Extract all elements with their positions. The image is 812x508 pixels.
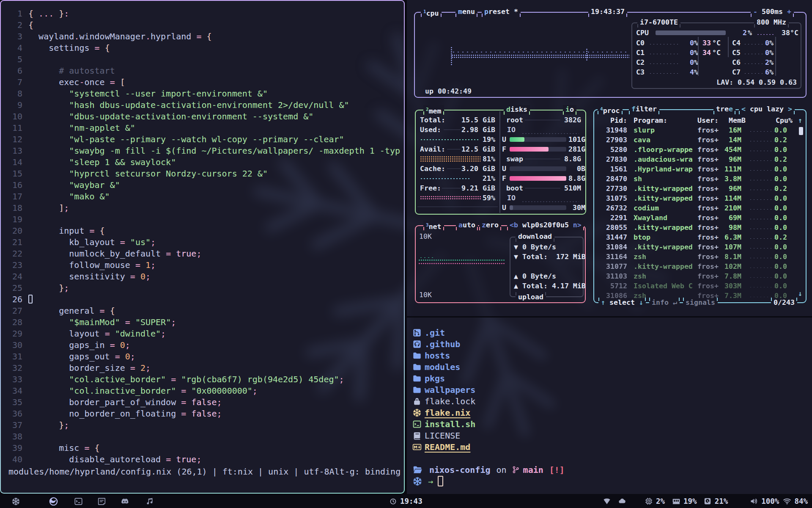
process-row[interactable]: 31164 zsh fros+ 8.1M 0.0 <box>594 252 806 262</box>
io-toggle[interactable]: io <box>563 105 576 114</box>
waybar-launcher-icon[interactable] <box>74 497 83 506</box>
waybar-module[interactable]: 21% <box>703 497 728 505</box>
proc-filter-button[interactable]: filter <box>629 105 659 114</box>
code-line[interactable]: 12 "wl-paste --primary --watch wl-copy -… <box>1 134 404 145</box>
process-row[interactable]: 31447 btop fros+ 6.3M 0.2 <box>594 232 806 242</box>
code-line[interactable]: 24 sensitivity = 0; <box>1 271 404 282</box>
code-line[interactable]: 11 "nm-applet &" <box>1 122 404 134</box>
process-row[interactable]: 5712 Isolated Web C fros+ 303M 0.0 <box>594 281 806 291</box>
code-line[interactable]: 28 "$mainMod" = "SUPER"; <box>1 317 404 328</box>
process-row[interactable]: 27730 .kitty-wrapped fros+ 96M 0.2 <box>594 184 806 193</box>
waybar-module[interactable] <box>603 497 614 505</box>
code-line[interactable]: 6 # autostart <box>1 65 404 77</box>
proc-signals-control[interactable]: signals <box>683 298 718 307</box>
code-line[interactable]: 9 "hash dbus-update-activation-environme… <box>1 99 404 111</box>
code-line[interactable]: 23 follow_mouse = 1; <box>1 260 404 271</box>
code-line[interactable]: 3 wayland.windowManager.hyprland = { <box>1 31 404 42</box>
proc-info-control[interactable]: info ↵ <box>649 298 680 307</box>
code-line[interactable]: 25 }; <box>1 282 404 294</box>
code-line[interactable]: 34 "col.inactive_border" = "0x00000000"; <box>1 385 404 397</box>
code-line[interactable]: 18 ]; <box>1 202 404 214</box>
waybar-launcher-icon[interactable] <box>97 497 106 506</box>
disks-toggle[interactable]: disks <box>504 105 530 114</box>
process-row[interactable]: 31948 slurp fros+ 16M 0.0 <box>594 125 806 135</box>
cpu-box-title[interactable]: 1cpu <box>421 7 442 17</box>
proc-scroll-down-icon[interactable]: ↓ <box>798 290 802 298</box>
process-row[interactable]: 31077 .kitty-wrapped fros+ 102M 0.0 <box>594 262 806 271</box>
process-row[interactable]: 28470 sh fros+ 3.8M 0.0 <box>594 174 806 184</box>
code-line[interactable]: 14 "sleep 1 && swaylock" <box>1 157 404 168</box>
code-line[interactable]: 2 { <box>1 19 404 31</box>
code-line[interactable]: 35 border_part_of_window = false; <box>1 397 404 408</box>
waybar-launcher-icon[interactable] <box>145 497 154 506</box>
file-icon <box>412 328 422 337</box>
code-line[interactable]: 37 }; <box>1 420 404 431</box>
net-auto-toggle[interactable]: auto <box>456 221 478 230</box>
code-line[interactable]: 20 input = { <box>1 225 404 237</box>
waybar-launcher-icon[interactable] <box>48 496 59 507</box>
cpu-menu-button[interactable]: menu <box>455 7 477 17</box>
process-row[interactable]: 31075 .kitty-wrapped fros+ 114M 0.0 <box>594 193 806 203</box>
proc-select-control[interactable]: ↑ select ↓ <box>598 298 646 307</box>
code-line[interactable]: 33 "col.active_border" = "rgb(cba6f7) rg… <box>1 374 404 385</box>
cpu-preset-button[interactable]: preset * <box>482 7 521 17</box>
code-line[interactable]: 8 "systemctl --user import-environment &… <box>1 88 404 99</box>
code-line[interactable]: 1 { ... }: <box>1 8 404 19</box>
code-line[interactable]: 10 "dbus-update-activation-environment -… <box>1 111 404 122</box>
code-line[interactable]: 39 misc = { <box>1 442 404 454</box>
line-number: 23 <box>1 260 22 271</box>
waybar-module[interactable]: 2% <box>645 497 665 505</box>
code-line[interactable]: 32 border_size = 2; <box>1 362 404 374</box>
net-zero-toggle[interactable]: zero <box>479 221 501 230</box>
code-line[interactable]: 31 gaps_out = 0; <box>1 351 404 362</box>
waybar-clock[interactable]: 19:43 <box>390 494 422 508</box>
process-row[interactable]: 2291 Xwayland fros+ 69M 0.0 <box>594 213 806 223</box>
code-line[interactable]: 27 general = { <box>1 305 404 317</box>
code-area[interactable]: 1 { ... }: 2 { 3 wayland.windowManager.h… <box>1 8 404 465</box>
code-line[interactable]: 40 disable_autoreload = true; <box>1 454 404 465</box>
code-line[interactable]: 5 <box>1 54 404 65</box>
code-line[interactable]: 13 "swaybg -m fill -i $(find ~/Pictures/… <box>1 145 404 157</box>
code-line[interactable]: 4 settings = { <box>1 42 404 54</box>
process-row[interactable]: 1561 .Hyprland-wrap fros+ 111M 0.0 <box>594 164 806 174</box>
shell-input-line[interactable]: → <box>412 475 443 487</box>
proc-sort-selector[interactable]: < cpu lazy > <box>739 105 795 114</box>
process-row[interactable]: 31084 .kitty-wrapped fros+ 107M 0.0 <box>594 242 806 252</box>
process-row[interactable]: 5280 .floorp-wrappe fros+ 454M 0.0 <box>594 145 806 155</box>
process-row[interactable]: 27903 cava fros+ 14M 0.2 <box>594 135 806 145</box>
proc-scrollbar[interactable] <box>799 127 803 135</box>
code-line[interactable]: 22 numlock_by_default = true; <box>1 248 404 260</box>
proc-box-title[interactable]: 4proc <box>598 105 623 114</box>
net-box-title[interactable]: 3net <box>423 221 444 230</box>
line-number: 2 <box>1 19 22 31</box>
window-terminal[interactable]: .git .github hosts modules <box>407 318 812 494</box>
waybar-launcher-icon[interactable] <box>121 497 129 506</box>
proc-scroll-up-icon[interactable]: ↑ <box>798 116 802 125</box>
code-line[interactable]: 17 "mako &" <box>1 191 404 202</box>
line-number: 38 <box>1 431 22 442</box>
code-line[interactable]: 15 "hyprctl setcursor Nordzy-cursors 22 … <box>1 168 404 179</box>
waybar-module[interactable]: 19% <box>672 497 697 505</box>
code-line[interactable]: 29 layout = "dwindle"; <box>1 328 404 340</box>
code-line[interactable]: 36 no_border_on_floating = false; <box>1 408 404 420</box>
code-line[interactable]: 16 "waybar &" <box>1 179 404 191</box>
code-line[interactable]: 19 <box>1 214 404 225</box>
code-line[interactable]: 26 <box>1 294 404 305</box>
waybar-module[interactable] <box>618 497 629 505</box>
editor-surface[interactable]: 1 { ... }: 2 { 3 wayland.windowManager.h… <box>1 1 404 493</box>
waybar-module[interactable]: 84% <box>783 497 808 505</box>
code-line[interactable]: 21 kb_layout = "us"; <box>1 237 404 248</box>
waybar-module[interactable]: 100% <box>750 497 779 505</box>
process-row[interactable]: 28055 .kitty-wrapped fros+ 98M 0.0 <box>594 223 806 232</box>
code-line[interactable]: 30 gaps_in = 0; <box>1 340 404 351</box>
waybar-launcher-icon[interactable] <box>11 497 20 506</box>
code-line[interactable]: 7 exec-once = [ <box>1 77 404 88</box>
code-line[interactable]: 38 <box>1 431 404 442</box>
cpu-refresh-rate[interactable]: - 500ms + <box>751 7 794 17</box>
proc-tree-toggle[interactable]: tree <box>713 105 735 114</box>
process-row[interactable]: 27830 .audacious-wra fros+ 96M 0.2 <box>594 155 806 164</box>
process-row[interactable]: 31103 zsh fros+ 7.8M 0.0 <box>594 271 806 281</box>
net-interface-selector[interactable]: <b wlp0s20f0u5 n> <box>507 221 584 230</box>
mem-box-title[interactable]: 2mem <box>423 105 444 114</box>
process-row[interactable]: 26732 codium fros+ 210M 0.0 <box>594 203 806 213</box>
